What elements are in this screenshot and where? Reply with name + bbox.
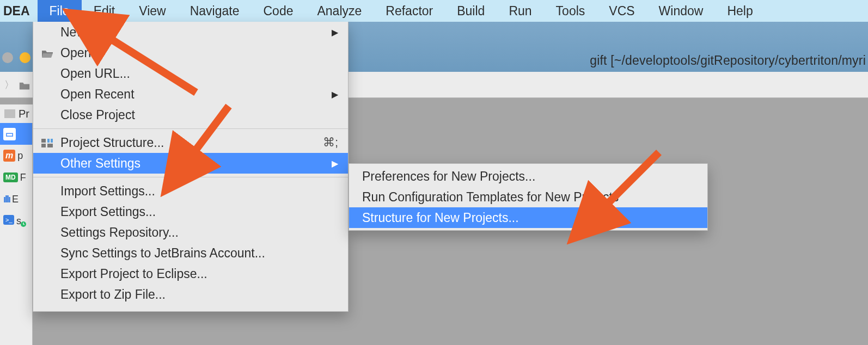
menu-item-new[interactable]: New ▶	[33, 22, 348, 42]
project-structure-icon	[41, 137, 54, 148]
menu-item-open-recent[interactable]: Open Recent ▶	[33, 84, 348, 104]
menu-code[interactable]: Code	[251, 0, 305, 22]
menu-item-settings-repository[interactable]: Settings Repository...	[33, 222, 348, 243]
menu-item-import-settings[interactable]: Import Settings...	[33, 181, 348, 201]
gutter-item-selected[interactable]: ▭	[0, 123, 32, 145]
submenu-item-preferences-new-projects[interactable]: Preferences for New Projects...	[349, 166, 707, 187]
menu-item-label: Open URL...	[60, 66, 130, 81]
menu-window[interactable]: Window	[647, 0, 716, 22]
svg-rect-3	[4, 109, 15, 118]
svg-rect-8	[41, 144, 46, 147]
folder-icon	[19, 80, 30, 90]
menu-item-label: Open Recent	[60, 87, 135, 102]
tool-window-gutter: ▭ m p MD F ıllı E >_ s	[0, 123, 33, 345]
svg-text:>_: >_	[5, 217, 13, 223]
project-label: Pr	[19, 108, 29, 120]
terminal-icon: >_	[3, 215, 14, 227]
menu-item-label: Export to Zip File...	[60, 287, 166, 302]
menu-item-label: Other Settings	[60, 156, 140, 171]
file-menu: New ▶ Open... Open URL... Open Recent ▶ …	[33, 22, 349, 312]
maven-icon: m	[3, 150, 15, 162]
gutter-item-stats[interactable]: ıllı E	[0, 188, 32, 210]
menu-view[interactable]: View	[127, 0, 178, 22]
app-name: DEA	[0, 4, 38, 19]
menu-build[interactable]: Build	[445, 0, 497, 22]
gutter-item-terminal[interactable]: >_ s	[0, 210, 32, 232]
submenu-arrow-icon: ▶	[332, 27, 338, 38]
chevron-right-icon: 〉	[4, 78, 14, 91]
gutter-item-maven[interactable]: m p	[0, 145, 32, 167]
menu-item-label: Sync Settings to JetBrains Account...	[60, 246, 265, 261]
clock-badge-icon	[20, 219, 27, 230]
markdown-icon: MD	[3, 172, 18, 182]
svg-rect-9	[47, 139, 50, 143]
menu-run[interactable]: Run	[497, 0, 543, 22]
submenu-label: Run Configuration Templates for New Proj…	[362, 190, 619, 205]
traffic-minimize-icon[interactable]	[20, 52, 30, 63]
svg-rect-11	[47, 144, 53, 147]
submenu-item-run-config-templates[interactable]: Run Configuration Templates for New Proj…	[349, 187, 707, 207]
menu-item-label: Import Settings...	[60, 184, 155, 199]
gutter-item-markdown[interactable]: MD F	[0, 167, 32, 188]
folder-open-icon	[41, 47, 54, 58]
menu-separator	[33, 177, 348, 177]
menu-item-label: Export Settings...	[60, 205, 156, 219]
menu-analyze[interactable]: Analyze	[305, 0, 374, 22]
menu-item-export-eclipse[interactable]: Export Project to Eclipse...	[33, 263, 348, 284]
menu-item-project-structure[interactable]: Project Structure... ⌘;	[33, 132, 348, 153]
other-settings-submenu: Preferences for New Projects... Run Conf…	[349, 163, 708, 231]
submenu-item-structure-new-projects[interactable]: Structure for New Projects...	[349, 207, 707, 228]
menu-bar: DEA File Edit View Navigate Code Analyze…	[0, 0, 868, 22]
submenu-label: Preferences for New Projects...	[362, 169, 535, 184]
menu-item-label: Close Project	[60, 108, 135, 122]
menu-separator	[33, 128, 348, 129]
gutter-label: p	[17, 150, 23, 162]
menu-item-label: Open...	[60, 46, 101, 60]
menu-item-export-zip[interactable]: Export to Zip File...	[33, 284, 348, 305]
gutter-label: E	[12, 194, 19, 205]
submenu-arrow-icon: ▶	[332, 89, 338, 100]
menu-file[interactable]: File	[38, 0, 82, 22]
menu-vcs[interactable]: VCS	[597, 0, 646, 22]
menu-item-open[interactable]: Open...	[33, 42, 348, 63]
submenu-arrow-icon: ▶	[332, 158, 338, 169]
gutter-label: F	[20, 172, 26, 183]
stats-icon: ıllı	[3, 194, 10, 205]
menu-tools[interactable]: Tools	[544, 0, 597, 22]
submenu-label: Structure for New Projects...	[362, 211, 519, 225]
menu-edit[interactable]: Edit	[82, 0, 127, 22]
menu-item-label: Project Structure...	[60, 135, 164, 150]
traffic-close-icon[interactable]	[2, 52, 13, 63]
menu-shortcut: ⌘;	[323, 135, 338, 150]
menu-item-open-url[interactable]: Open URL...	[33, 63, 348, 84]
window-title: gift [~/developtools/gitRepository/cyber…	[590, 53, 866, 68]
toolwindow-icon: ▭	[3, 128, 16, 140]
menu-item-label: New	[60, 25, 85, 40]
menu-item-label: Settings Repository...	[60, 225, 179, 240]
menu-item-sync-settings[interactable]: Sync Settings to JetBrains Account...	[33, 243, 348, 263]
menu-item-close-project[interactable]: Close Project	[33, 104, 348, 125]
menu-navigate[interactable]: Navigate	[178, 0, 252, 22]
project-tool-header[interactable]: Pr	[0, 104, 33, 123]
menu-refactor[interactable]: Refactor	[374, 0, 445, 22]
menu-item-other-settings[interactable]: Other Settings ▶	[33, 153, 348, 174]
menu-item-export-settings[interactable]: Export Settings...	[33, 201, 348, 222]
project-icon	[4, 109, 15, 118]
svg-rect-10	[51, 139, 53, 143]
menu-help[interactable]: Help	[715, 0, 765, 22]
svg-rect-7	[41, 139, 46, 143]
menu-item-label: Export Project to Eclipse...	[60, 267, 207, 281]
